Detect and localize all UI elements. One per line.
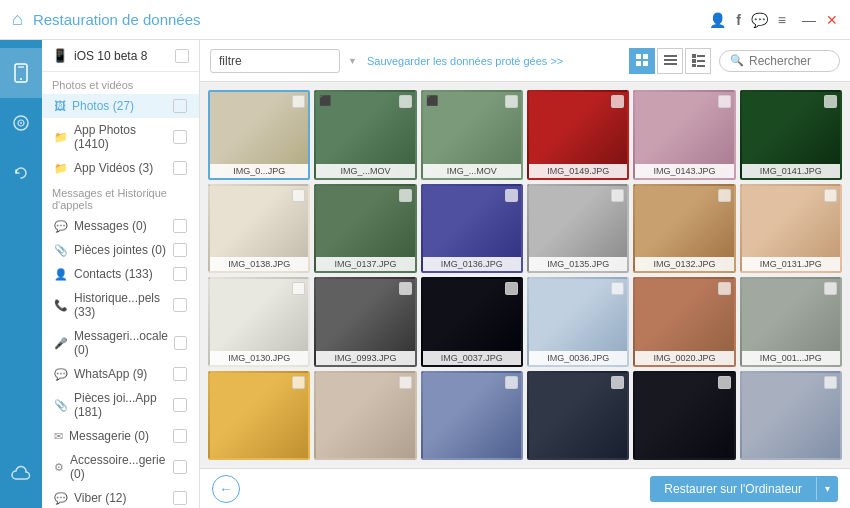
photo-item[interactable]: IMG_0020.JPG bbox=[633, 277, 735, 367]
photo-item[interactable]: IMG_0143.JPG bbox=[633, 90, 735, 180]
photo-checkbox[interactable] bbox=[718, 376, 731, 389]
filter-select[interactable]: filtre bbox=[210, 49, 340, 73]
photo-checkbox[interactable] bbox=[292, 282, 305, 295]
detail-view-btn[interactable] bbox=[685, 48, 711, 74]
messages-checkbox[interactable] bbox=[173, 219, 187, 233]
nav-cloud-icon[interactable] bbox=[0, 450, 42, 500]
sidebar-item-pieces-app[interactable]: 📎 Pièces joi...App (181) bbox=[42, 386, 199, 424]
photo-item[interactable]: IMG_0...JPG bbox=[208, 90, 310, 180]
photo-item[interactable] bbox=[314, 371, 416, 461]
whatsapp-icon: 💬 bbox=[54, 368, 68, 381]
photo-item[interactable]: IMG_001...JPG bbox=[740, 277, 842, 367]
pieces-app-checkbox[interactable] bbox=[173, 398, 187, 412]
photo-item[interactable]: IMG_0993.JPG bbox=[314, 277, 416, 367]
photo-checkbox[interactable] bbox=[292, 376, 305, 389]
photo-item[interactable]: IMG_0136.JPG bbox=[421, 184, 523, 274]
sidebar-item-historique[interactable]: 📞 Historique...pels (33) bbox=[42, 286, 199, 324]
close-icon[interactable]: ✕ bbox=[826, 12, 838, 28]
photo-item[interactable]: IMG_0137.JPG bbox=[314, 184, 416, 274]
sidebar-device[interactable]: 📱 iOS 10 beta 8 bbox=[42, 40, 199, 72]
photo-checkbox[interactable] bbox=[505, 95, 518, 108]
svg-rect-13 bbox=[692, 54, 696, 58]
user-icon[interactable]: 👤 bbox=[709, 12, 726, 28]
sidebar-item-app-videos[interactable]: 📁 App Vidéos (3) bbox=[42, 156, 199, 180]
photo-item[interactable]: IMG_0036.JPG bbox=[527, 277, 629, 367]
photo-item[interactable]: ⬛IMG_...MOV bbox=[314, 90, 416, 180]
photo-checkbox[interactable] bbox=[292, 189, 305, 202]
photo-item[interactable]: IMG_0149.JPG bbox=[527, 90, 629, 180]
photo-checkbox[interactable] bbox=[505, 376, 518, 389]
photo-checkbox[interactable] bbox=[611, 282, 624, 295]
sidebar-item-accessoire[interactable]: ⚙ Accessoire...gerie (0) bbox=[42, 448, 199, 486]
grid-view-btn[interactable] bbox=[629, 48, 655, 74]
list-view-btn[interactable] bbox=[657, 48, 683, 74]
photo-item[interactable]: IMG_0138.JPG bbox=[208, 184, 310, 274]
sidebar-item-contacts[interactable]: 👤 Contacts (133) bbox=[42, 262, 199, 286]
photo-item[interactable]: IMG_0141.JPG bbox=[740, 90, 842, 180]
device-checkbox[interactable] bbox=[175, 49, 189, 63]
photo-checkbox[interactable] bbox=[718, 189, 731, 202]
whatsapp-checkbox[interactable] bbox=[173, 367, 187, 381]
sidebar-item-messagerie2[interactable]: ✉ Messagerie (0) bbox=[42, 424, 199, 448]
photo-checkbox[interactable] bbox=[399, 189, 412, 202]
restore-button[interactable]: Restaurer sur l'Ordinateur ▾ bbox=[650, 476, 838, 502]
photo-item[interactable]: IMG_0131.JPG bbox=[740, 184, 842, 274]
nav-music-icon[interactable] bbox=[0, 98, 42, 148]
accessoire-checkbox[interactable] bbox=[173, 460, 187, 474]
search-input[interactable] bbox=[749, 54, 829, 68]
photo-item[interactable] bbox=[421, 371, 523, 461]
nav-restore-icon[interactable] bbox=[0, 148, 42, 198]
back-button[interactable]: ← bbox=[212, 475, 240, 503]
sidebar-item-app-photos[interactable]: 📁 App Photos (1410) bbox=[42, 118, 199, 156]
viber-checkbox[interactable] bbox=[173, 491, 187, 505]
photo-label: IMG_0037.JPG bbox=[423, 351, 521, 365]
photo-checkbox[interactable] bbox=[611, 95, 624, 108]
sidebar-item-viber[interactable]: 💬 Viber (12) bbox=[42, 486, 199, 508]
menu-icon[interactable]: ≡ bbox=[778, 12, 786, 28]
sidebar-item-photos[interactable]: 🖼 Photos (27) bbox=[42, 94, 199, 118]
photos-checkbox[interactable] bbox=[173, 99, 187, 113]
messagerie-locale-checkbox[interactable] bbox=[174, 336, 187, 350]
photo-checkbox[interactable] bbox=[824, 95, 837, 108]
photo-item[interactable] bbox=[633, 371, 735, 461]
facebook-icon[interactable]: f bbox=[736, 12, 741, 28]
messagerie-locale-label: Messageri...ocale (0) bbox=[74, 329, 168, 357]
attachments-checkbox[interactable] bbox=[173, 243, 187, 257]
photo-checkbox[interactable] bbox=[399, 376, 412, 389]
photo-checkbox[interactable] bbox=[611, 376, 624, 389]
photo-checkbox[interactable] bbox=[824, 189, 837, 202]
sidebar-item-messagerie-locale[interactable]: 🎤 Messageri...ocale (0) bbox=[42, 324, 199, 362]
photo-checkbox[interactable] bbox=[824, 282, 837, 295]
photo-item[interactable] bbox=[527, 371, 629, 461]
photo-item[interactable]: IMG_0130.JPG bbox=[208, 277, 310, 367]
photo-item[interactable]: IMG_0135.JPG bbox=[527, 184, 629, 274]
photo-item[interactable]: IMG_0132.JPG bbox=[633, 184, 735, 274]
photo-item[interactable]: IMG_0037.JPG bbox=[421, 277, 523, 367]
photo-checkbox[interactable] bbox=[611, 189, 624, 202]
photo-checkbox[interactable] bbox=[399, 282, 412, 295]
photo-checkbox[interactable] bbox=[505, 282, 518, 295]
save-link[interactable]: Sauvegarder les données proté gées >> bbox=[367, 55, 621, 67]
photo-checkbox[interactable] bbox=[399, 95, 412, 108]
photo-checkbox[interactable] bbox=[292, 95, 305, 108]
nav-device-icon[interactable] bbox=[0, 48, 42, 98]
messagerie2-checkbox[interactable] bbox=[173, 429, 187, 443]
minimize-icon[interactable]: — bbox=[802, 12, 816, 28]
photo-checkbox[interactable] bbox=[718, 282, 731, 295]
sidebar-item-messages[interactable]: 💬 Messages (0) bbox=[42, 214, 199, 238]
photo-item[interactable] bbox=[740, 371, 842, 461]
photo-checkbox[interactable] bbox=[505, 189, 518, 202]
photo-item[interactable]: ⬛IMG_...MOV bbox=[421, 90, 523, 180]
home-icon[interactable]: ⌂ bbox=[12, 9, 23, 30]
photo-checkbox[interactable] bbox=[824, 376, 837, 389]
sidebar-item-whatsapp[interactable]: 💬 WhatsApp (9) bbox=[42, 362, 199, 386]
sidebar-item-attachments[interactable]: 📎 Pièces jointes (0) bbox=[42, 238, 199, 262]
restore-arrow-icon[interactable]: ▾ bbox=[816, 477, 838, 500]
contacts-checkbox[interactable] bbox=[173, 267, 187, 281]
app-videos-checkbox[interactable] bbox=[173, 161, 187, 175]
app-photos-checkbox[interactable] bbox=[173, 130, 187, 144]
photo-checkbox[interactable] bbox=[718, 95, 731, 108]
chat-icon[interactable]: 💬 bbox=[751, 12, 768, 28]
photo-item[interactable] bbox=[208, 371, 310, 461]
historique-checkbox[interactable] bbox=[173, 298, 187, 312]
